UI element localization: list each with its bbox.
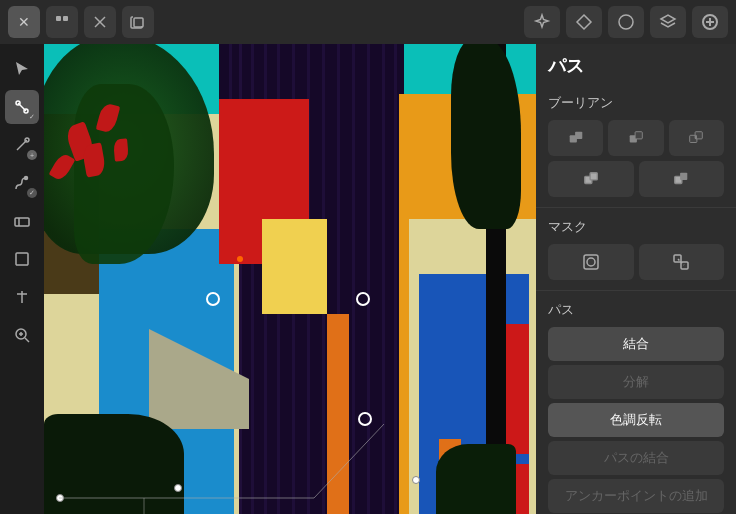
select-tool-btn[interactable] xyxy=(5,52,39,86)
top-toolbar: ✕ xyxy=(0,0,736,44)
zoom-tool-btn[interactable] xyxy=(5,318,39,352)
mask-section: マスク xyxy=(536,208,736,291)
svg-point-6 xyxy=(619,15,633,29)
boolean-union-btn[interactable] xyxy=(548,120,603,156)
layers-button[interactable] xyxy=(650,6,686,38)
svg-rect-33 xyxy=(590,173,597,180)
svg-rect-17 xyxy=(16,253,28,265)
text-tool-btn[interactable] xyxy=(5,280,39,314)
boolean-divide-btn[interactable] xyxy=(639,161,725,197)
orange-strip xyxy=(327,314,349,514)
mask-create-btn[interactable] xyxy=(548,244,634,280)
svg-rect-38 xyxy=(674,255,681,262)
cut-button[interactable] xyxy=(84,6,116,38)
copy-button[interactable] xyxy=(122,6,154,38)
mask-buttons xyxy=(548,244,724,280)
svg-rect-4 xyxy=(134,18,143,27)
svg-marker-5 xyxy=(577,15,591,29)
svg-rect-0 xyxy=(56,16,61,21)
pen-tool-btn[interactable]: + xyxy=(5,128,39,162)
svg-rect-28 xyxy=(635,132,642,139)
circle-handle-1[interactable] xyxy=(206,292,220,306)
boolean-title: ブーリアン xyxy=(548,94,724,112)
tool-badge: ✓ xyxy=(27,112,37,122)
pen-badge: + xyxy=(27,150,37,160)
svg-line-21 xyxy=(25,338,29,342)
path-section-title: パス xyxy=(548,301,724,319)
path-section: パス 結合 分解 色調反転 パスの結合 アンカーポイントの追加 Remove A… xyxy=(536,291,736,514)
join-path-btn: パスの結合 xyxy=(548,441,724,475)
mask-title: マスク xyxy=(548,218,724,236)
erase-tool-btn[interactable] xyxy=(5,204,39,238)
svg-rect-35 xyxy=(680,173,687,180)
shape-tool-btn[interactable] xyxy=(5,242,39,276)
magic-button[interactable] xyxy=(524,6,560,38)
handle-bm[interactable] xyxy=(174,484,182,492)
circle-btn[interactable] xyxy=(608,6,644,38)
boolean-subtract-btn[interactable] xyxy=(608,120,663,156)
svg-rect-31 xyxy=(695,135,697,139)
diamond-button[interactable] xyxy=(566,6,602,38)
right-panel: パス ブーリアン xyxy=(536,44,736,514)
toolbar-right xyxy=(524,6,728,38)
handle-br[interactable] xyxy=(412,476,420,484)
decompose-btn: 分解 xyxy=(548,365,724,399)
circle-handle-2[interactable] xyxy=(356,292,370,306)
svg-point-14 xyxy=(25,177,28,180)
combine-btn[interactable]: 結合 xyxy=(548,327,724,361)
panel-title: パス xyxy=(536,44,736,84)
svg-rect-36 xyxy=(584,255,598,269)
svg-rect-15 xyxy=(15,218,29,226)
svg-line-12 xyxy=(18,103,26,111)
yellow-window xyxy=(262,219,327,314)
node-tool-btn[interactable]: ✓ xyxy=(5,90,39,124)
artwork xyxy=(44,44,536,514)
brush-badge: ✓ xyxy=(27,188,37,198)
boolean-diff-btn[interactable] xyxy=(548,161,634,197)
handle-bl[interactable] xyxy=(56,494,64,502)
circle-handle-3[interactable] xyxy=(358,412,372,426)
left-toolbar: ✓ + ✓ xyxy=(0,44,44,514)
orange-dot[interactable] xyxy=(237,256,243,262)
undo-button[interactable] xyxy=(46,6,78,38)
canvas-area[interactable] xyxy=(44,44,536,514)
close-button[interactable]: ✕ xyxy=(8,6,40,38)
main-area: ✓ + ✓ xyxy=(0,44,736,514)
add-button[interactable] xyxy=(692,6,728,38)
brush-tool-btn[interactable]: ✓ xyxy=(5,166,39,200)
svg-rect-1 xyxy=(63,16,68,21)
svg-point-37 xyxy=(587,258,595,266)
boolean-buttons xyxy=(548,120,724,197)
svg-rect-26 xyxy=(575,132,582,139)
add-anchor-btn: アンカーポイントの追加 xyxy=(548,479,724,513)
invert-btn[interactable]: 色調反転 xyxy=(548,403,724,437)
boolean-section: ブーリアン xyxy=(536,84,736,208)
boolean-intersect-btn[interactable] xyxy=(669,120,724,156)
mask-release-btn[interactable] xyxy=(639,244,725,280)
